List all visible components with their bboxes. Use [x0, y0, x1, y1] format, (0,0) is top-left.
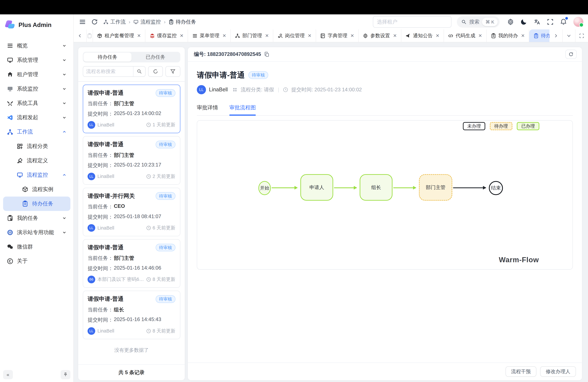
task-card[interactable]: 请假申请-普通 待审核 当前任务：部门主管 提交时间：2025-01-16 14…: [83, 239, 180, 288]
clock-icon: [146, 329, 151, 334]
chevron-down-icon: [62, 43, 67, 48]
refresh-icon[interactable]: [91, 19, 98, 25]
tabs-dropdown-button[interactable]: [562, 29, 575, 42]
breadcrumb-workflow[interactable]: 工作流: [103, 19, 126, 25]
close-icon[interactable]: ✕: [521, 33, 525, 38]
tab-approval-detail[interactable]: 审批详情: [197, 104, 218, 115]
tab-clipped[interactable]: ✕: [86, 29, 93, 42]
clipboard-badge-icon: [7, 215, 13, 221]
sidebar-item-todo-tasks[interactable]: 待办任务: [3, 196, 70, 211]
tab-my-todo[interactable]: 我的待办✕: [486, 29, 529, 42]
close-icon[interactable]: ✕: [308, 33, 312, 38]
tab-menu-admin[interactable]: 菜单管理✕: [188, 29, 231, 42]
close-icon[interactable]: ✕: [478, 33, 482, 38]
dark-mode-moon-icon[interactable]: [520, 19, 527, 25]
settings-gear-icon[interactable]: [507, 19, 514, 25]
tab-notice[interactable]: 通知公告✕: [401, 29, 444, 42]
segment-todo-tasks[interactable]: 待办任务: [84, 53, 131, 62]
app-logo[interactable]: Plus Admin: [0, 14, 73, 33]
segment-done-tasks[interactable]: 已办任务: [131, 53, 180, 62]
sidebar-item-process-category[interactable]: 流程分类: [3, 139, 70, 153]
redis-icon: [150, 33, 155, 38]
detail-refresh-button[interactable]: [565, 50, 577, 59]
sidebar-item-overview[interactable]: 概览: [3, 39, 70, 53]
sidebar-item-process-definition[interactable]: 流程定义: [3, 153, 70, 168]
flow-chart-canvas[interactable]: 未办理 待办理 已办理 开始 申请人 组长 部门主管: [197, 120, 573, 270]
flow-node-dept-manager[interactable]: 部门主管: [419, 174, 452, 201]
breadcrumb-todo-tasks[interactable]: 待办任务: [168, 19, 196, 25]
tabs-scroll-right-button[interactable]: [549, 29, 562, 42]
app-logo-icon: [5, 21, 15, 30]
flow-node-applicant[interactable]: 申请人: [300, 174, 333, 201]
window-top-bar: [0, 0, 588, 14]
search-shortcut-kbd: ⌘ K: [482, 18, 498, 26]
notification-dot: [565, 17, 568, 20]
app-name: Plus Admin: [19, 21, 51, 28]
close-icon[interactable]: ✕: [265, 33, 269, 38]
close-icon[interactable]: ✕: [393, 33, 397, 38]
task-card[interactable]: 请假申请-普通 待审核 当前任务：部门主管 提交时间：2025-01-23 14…: [83, 85, 180, 133]
filter-funnel-icon: [170, 69, 175, 74]
filter-button[interactable]: [166, 66, 180, 77]
close-icon[interactable]: ✕: [350, 33, 354, 38]
sidebar-item-tenant-admin[interactable]: 租户管理: [3, 67, 70, 82]
sidebar-item-wechat-group[interactable]: 微信群: [3, 240, 70, 254]
sidebar-item-workflow[interactable]: 工作流: [3, 125, 70, 139]
clock-icon: [146, 277, 151, 282]
reset-button[interactable]: [148, 66, 163, 77]
search-submit-button[interactable]: [133, 66, 145, 76]
tab-tenant-package[interactable]: 租户套餐管理✕: [93, 29, 145, 42]
user-avatar[interactable]: [573, 17, 583, 27]
hamburger-menu-icon[interactable]: [79, 19, 86, 25]
fullscreen-icon[interactable]: [547, 19, 554, 25]
sidebar-collapse-button[interactable]: «: [3, 370, 13, 379]
sidebar-item-process-instance[interactable]: 流程实例: [3, 182, 70, 196]
sidebar-item-system-tools[interactable]: 系统工具: [3, 96, 70, 110]
flow-node-start[interactable]: 开始: [258, 181, 271, 195]
record-count: 共 5 条记录: [78, 364, 185, 380]
process-intervene-button[interactable]: 流程干预: [505, 366, 536, 377]
sidebar-pin-button[interactable]: [61, 370, 70, 379]
flow-node-end[interactable]: 结束: [489, 181, 503, 195]
monitor-icon: [7, 57, 13, 63]
content-fullscreen-button[interactable]: [575, 29, 588, 42]
close-icon[interactable]: ✕: [180, 33, 184, 38]
notifications-bell-icon[interactable]: [560, 19, 567, 25]
translate-icon[interactable]: [534, 19, 541, 25]
tab-approval-flowchart[interactable]: 审批流程图: [229, 104, 256, 115]
global-search-button[interactable]: 搜索 ⌘ K: [457, 16, 500, 27]
change-assignee-button[interactable]: 修改办理人: [540, 366, 576, 377]
sidebar-item-demo-features[interactable]: 演示站专用功能: [3, 225, 70, 240]
sidebar-item-process-start[interactable]: 流程发起: [3, 110, 70, 125]
sidebar-item-about[interactable]: 关于: [3, 254, 70, 268]
tab-param-settings[interactable]: 参数设置✕: [359, 29, 401, 42]
breadcrumb-process-monitor[interactable]: 流程监控: [133, 19, 161, 25]
task-card[interactable]: 请假申请-普通 待审核 当前任务：部门主管 提交时间：2025-01-22 10…: [83, 136, 180, 185]
flow-legend: 未办理 待办理 已办理: [463, 122, 539, 130]
tabs-scroll-left-button[interactable]: [74, 29, 86, 42]
tab-department-admin[interactable]: 部门管理✕: [231, 29, 273, 42]
close-icon[interactable]: ✕: [436, 33, 439, 38]
tab-cache-monitor[interactable]: 缓存监控✕: [145, 29, 188, 42]
copy-icon[interactable]: [264, 52, 269, 57]
close-icon[interactable]: ✕: [222, 33, 226, 38]
tab-dict-admin[interactable]: 字典管理✕: [316, 29, 359, 42]
tab-todo-tasks[interactable]: 待办任务✕: [529, 29, 549, 42]
avatar: LL: [87, 327, 95, 335]
task-card[interactable]: 请假申请-并行网关 待审核 当前任务：CEO 提交时间：2025-01-18 0…: [83, 188, 180, 236]
sidebar-item-my-tasks[interactable]: 我的任务: [3, 211, 70, 225]
flow-arrow: [272, 187, 297, 188]
tab-code-gen[interactable]: 代码生成✕: [444, 29, 486, 42]
process-name-search: [83, 66, 146, 77]
flow-node-team-leader[interactable]: 组长: [360, 174, 393, 201]
chevron-up-icon: [62, 129, 67, 134]
process-name-search-input[interactable]: [83, 69, 133, 74]
sidebar-nav: 概览 系统管理 租户管理 系统监控: [0, 33, 73, 369]
tab-post-admin[interactable]: 岗位管理✕: [273, 29, 316, 42]
close-icon[interactable]: ✕: [137, 33, 141, 38]
sidebar-item-system-monitor[interactable]: 系统监控: [3, 82, 70, 96]
task-card[interactable]: 请假申请-普通 待审核 当前任务：组长 提交时间：2025-01-16 14:4…: [83, 291, 180, 339]
sidebar-item-process-monitor[interactable]: 流程监控: [3, 168, 70, 182]
sidebar-item-system-admin[interactable]: 系统管理: [3, 53, 70, 67]
tenant-select-input[interactable]: [373, 16, 451, 27]
